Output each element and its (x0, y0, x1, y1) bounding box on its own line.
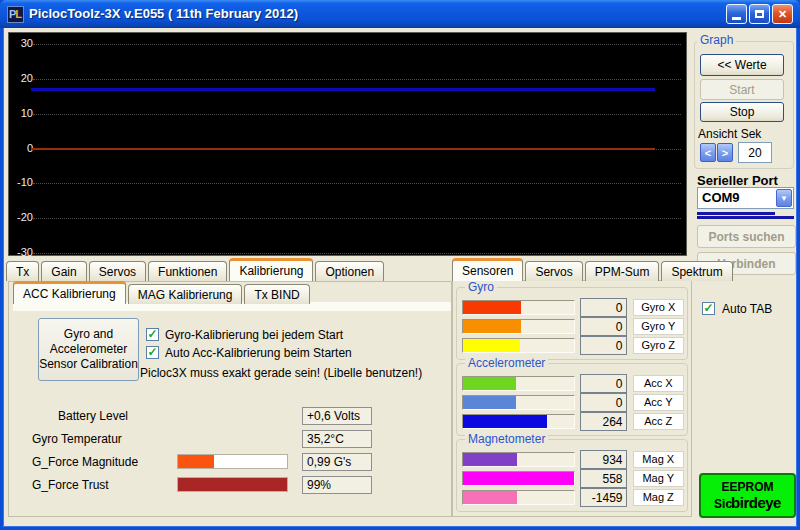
sensor-bar-track (462, 471, 575, 486)
start-button[interactable]: Start (700, 79, 784, 100)
gridline (33, 114, 681, 115)
combo-dropdown-button[interactable]: ▼ (776, 189, 792, 207)
sensor-bar (463, 320, 521, 333)
sensor-value: 558 (580, 469, 627, 488)
sensor-row: 0Acc X (462, 374, 684, 393)
sensor-group-label: Magnetometer (465, 432, 548, 446)
tab-tx[interactable]: Tx (6, 261, 39, 281)
readout-label: G_Force Magnitude (32, 455, 138, 469)
sensor-bar-track (462, 376, 575, 391)
y-tick-label: 10 (11, 107, 33, 119)
birdeye-watermark: birdeye (731, 494, 781, 511)
sensor-group-magnetometer: Magnetometer934Mag X558Mag Y-1459Mag Z (456, 439, 688, 512)
subtab-acc-kalibrierung[interactable]: ACC Kalibrierung (13, 281, 126, 304)
ansicht-sek-input[interactable]: 20 (738, 142, 772, 163)
calib-button-line1: Gyro and (64, 327, 113, 342)
gridline (33, 44, 681, 45)
com-port-value: COM9 (702, 190, 740, 205)
sensor-group-accelerometer: Accelerometer0Acc X0Acc Y264Acc Z (456, 363, 688, 436)
level-note-text: Picloc3X muss exakt gerade sein! (Libell… (140, 366, 422, 380)
tab-gain[interactable]: Gain (41, 261, 86, 281)
checkmark-icon: ✓ (703, 303, 713, 314)
sensor-calibration-button[interactable]: Gyro and Accelerometer Sensor Calibratio… (38, 318, 139, 381)
subtab-mag-kalibrierung[interactable]: MAG Kalibrierung (128, 284, 243, 304)
ansicht-decrease-button[interactable]: < (700, 143, 716, 162)
serial-port-label: Serieller Port (697, 173, 778, 188)
serial-activity-bar-long (697, 216, 794, 219)
sensor-group-gyro: Gyro0Gyro X0Gyro Y0Gyro Z (456, 287, 688, 360)
stop-button[interactable]: Stop (700, 102, 784, 122)
tab-kalibrierung[interactable]: Kalibrierung (229, 258, 313, 281)
graph-group-label: Graph (697, 33, 736, 47)
sensor-axis-label: Acc Y (633, 394, 685, 411)
chevron-left-icon: < (705, 147, 711, 159)
sensor-bar-track (462, 319, 575, 334)
sensor-row: 934Mag X (462, 450, 684, 469)
maximize-button[interactable] (749, 4, 770, 24)
calib-button-line2: Accelerometer (50, 342, 127, 357)
sensor-bar (463, 396, 516, 409)
sensor-bar-track (462, 338, 575, 353)
subtab-tx-bind[interactable]: Tx BIND (244, 284, 309, 304)
tab-servos[interactable]: Servos (525, 261, 582, 281)
com-port-select[interactable]: COM9 ▼ (697, 187, 794, 209)
sensor-value: 0 (580, 374, 627, 393)
sensor-value: 934 (580, 450, 627, 469)
y-tick-label: -10 (11, 176, 33, 188)
sensor-value: 0 (580, 298, 627, 317)
acc-calibration-label: Auto Acc-Kalibrierung beim Starten (165, 346, 352, 360)
gridline (33, 183, 681, 184)
sensor-group-label: Accelerometer (465, 356, 548, 370)
gridline (33, 218, 681, 219)
sensor-bar (463, 415, 547, 428)
acc-calibration-checkbox[interactable]: ✓ (146, 346, 159, 359)
app-icon-letter-l: L (15, 9, 22, 20)
sensor-axis-label: Mag Y (633, 470, 685, 487)
sensor-bar-track (462, 452, 575, 467)
auto-tab-label: Auto TAB (722, 302, 772, 316)
application-window: PL PiclocToolz-3X v.E055 ( 11th February… (0, 0, 800, 530)
sensor-axis-label: Gyro Y (633, 318, 685, 335)
close-button[interactable]: ✕ (772, 4, 793, 24)
sensor-axis-label: Acc X (633, 375, 685, 392)
sensor-row: 558Mag Y (462, 469, 684, 488)
readout-bar (178, 478, 287, 491)
checkmark-icon: ✓ (147, 329, 157, 340)
right-tab-bar: SensorenServosPPM-SumSpektrum (452, 258, 735, 281)
sensor-value: -1459 (580, 488, 627, 507)
tab-spektrum[interactable]: Spektrum (661, 261, 732, 281)
maximize-icon (755, 10, 764, 18)
ansicht-increase-button[interactable]: > (717, 143, 733, 162)
auto-tab-checkbox[interactable]: ✓ (702, 302, 715, 315)
sensor-bar (463, 472, 574, 485)
sensor-bar (463, 301, 521, 314)
plot-area: 3020100-10-20-30 (8, 32, 687, 256)
title-bar[interactable]: PL PiclocToolz-3X v.E055 ( 11th February… (0, 0, 800, 28)
sensor-axis-label: Mag X (633, 451, 685, 468)
readout-label: Battery Level (58, 409, 128, 423)
tab-ppm-sum[interactable]: PPM-Sum (585, 261, 660, 281)
tab-funktionen[interactable]: Funktionen (148, 261, 227, 281)
werte-button[interactable]: << Werte (700, 54, 784, 76)
eeprom-line2-prefix: Sic (714, 497, 732, 511)
serial-activity-bar-short (697, 212, 775, 215)
sensor-bar-track (462, 490, 575, 505)
main-tab-bar: TxGainServosFunktionenKalibrierungOption… (6, 258, 386, 281)
checkmark-icon: ✓ (147, 347, 157, 358)
tab-optionen[interactable]: Optionen (315, 261, 384, 281)
app-icon: PL (7, 6, 24, 23)
minimize-icon (732, 17, 741, 20)
minimize-button[interactable] (726, 4, 747, 24)
ansicht-sek-label: Ansicht Sek (698, 127, 761, 141)
sensor-axis-label: Mag Z (633, 489, 685, 506)
chevron-right-icon: > (722, 147, 728, 159)
sensor-bar-track (462, 300, 575, 315)
tab-servos[interactable]: Servos (89, 261, 146, 281)
eeprom-save-button[interactable]: EEPROM Sicbirdeye (699, 473, 796, 518)
readout-value: +0,6 Volts (302, 407, 372, 425)
sensor-value: 0 (580, 336, 627, 355)
ports-suchen-button[interactable]: Ports suchen (697, 225, 796, 248)
tab-sensoren[interactable]: Sensoren (452, 258, 523, 281)
gyro-calibration-checkbox[interactable]: ✓ (146, 328, 159, 341)
readout-bar (178, 455, 214, 468)
